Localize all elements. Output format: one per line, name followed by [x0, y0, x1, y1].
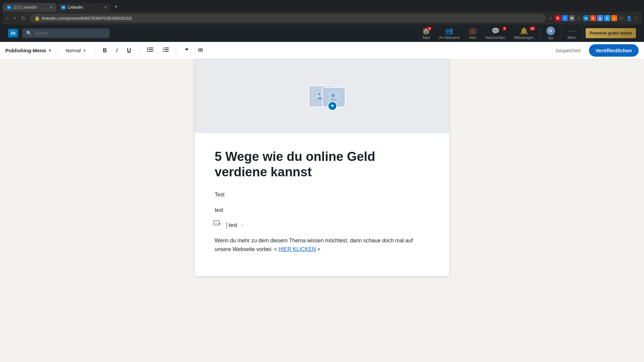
cursor-indicator: │ [225, 222, 229, 228]
svg-rect-9 [164, 49, 169, 50]
messages-badge: 2 [502, 26, 507, 31]
svg-rect-0 [147, 48, 148, 49]
bold-button[interactable]: B [100, 46, 110, 55]
nav-item-profile[interactable]: U Sie [542, 24, 559, 42]
ext-icon-6: G [590, 15, 596, 21]
grid-icon: ⋯ [568, 27, 575, 35]
toolbar-divider-3 [139, 47, 139, 55]
nav-item-jobs[interactable]: 💼 Jobs [465, 24, 481, 42]
search-input[interactable] [35, 31, 105, 36]
cover-image-area[interactable]: + [195, 59, 449, 133]
address-bar[interactable]: 🔒 linkedin.com/post/edit/667839970361860… [30, 14, 546, 22]
link-hier-klicken[interactable]: HIER KLICKEN [278, 246, 316, 252]
publishing-menu[interactable]: Publishing-Menü ▼ [5, 48, 52, 53]
tab-favicon-1: in [7, 5, 11, 10]
nav-label-notifications: Mitteilungen [514, 36, 534, 40]
ext-icon-5: in [583, 15, 589, 21]
svg-rect-17 [214, 221, 219, 225]
article-content: 5 Wege wie du online Geld verdiene kanns… [195, 133, 449, 276]
svg-rect-2 [147, 49, 148, 50]
paragraph-2[interactable]: test [215, 206, 429, 215]
nav-items: 🏠 Start 6 👥 Ihr Netzwerk 💼 Jobs 💬 Nachri… [418, 24, 580, 42]
toolbar-divider-1 [57, 47, 58, 55]
cover-image-placeholder: + [309, 85, 335, 107]
premium-button[interactable]: Premium gratis testen [586, 28, 636, 38]
back-button[interactable]: ‹ [5, 14, 10, 22]
browser-tab-1[interactable]: in (17) LinkedIn × [3, 3, 56, 12]
cursor-position: I [241, 223, 243, 228]
notifications-badge: 15 [529, 26, 535, 31]
nav-item-more[interactable]: ⋯ Mehr [564, 24, 580, 42]
svg-rect-15 [328, 92, 340, 102]
publish-button[interactable]: Veröffentlichen [589, 44, 639, 57]
italic-button[interactable]: I [113, 46, 120, 55]
unordered-list-button[interactable] [145, 46, 156, 55]
nav-item-notifications[interactable]: 🔔 Mitteilungen 15 [510, 24, 538, 42]
ordered-list-button[interactable]: 1. 2. 3. [160, 46, 171, 55]
paragraph-1[interactable]: Test [215, 190, 429, 199]
tab-close-2[interactable]: × [104, 5, 107, 10]
nav-label-network: Ihr Netzwerk [439, 36, 460, 40]
messages-icon: 💬 [491, 27, 500, 35]
tab-favicon-2: in [61, 5, 66, 10]
link-button[interactable] [195, 46, 206, 55]
nav-item-network[interactable]: 👥 Ihr Netzwerk [435, 24, 464, 42]
add-image-button[interactable]: + [328, 101, 337, 111]
lock-icon: 🔒 [34, 15, 40, 21]
chevron-down-icon: ▼ [48, 48, 52, 53]
svg-point-14 [318, 93, 321, 96]
underline-button[interactable]: U [124, 46, 134, 55]
svg-point-16 [331, 94, 335, 97]
paragraph-2-text: test [215, 207, 223, 213]
format-select[interactable]: Normal ▼ [63, 47, 89, 55]
svg-rect-4 [147, 51, 148, 52]
publishing-menu-label: Publishing-Menü [5, 48, 46, 53]
profile-icon[interactable]: 👤 [626, 15, 632, 21]
ext-icon-2: f [562, 15, 568, 21]
nav-label-start: Start [422, 36, 430, 40]
ext-icon-1: R [555, 15, 561, 21]
toolbar-divider-4 [177, 47, 177, 55]
start-badge: 6 [427, 26, 432, 31]
paragraph-4[interactable]: Wenn du mehr zu dem diesem Thema wissen … [215, 236, 429, 253]
search-bar[interactable]: 🔍 [22, 28, 109, 38]
article-editor: + 5 Wege wie du online Geld verdiene kan… [195, 59, 449, 276]
ext-icon-3: M [569, 15, 575, 21]
svg-rect-7 [164, 48, 169, 48]
search-icon: 🔍 [26, 31, 32, 36]
ext-icon-4: · [576, 15, 582, 21]
reload-button[interactable]: ↻ [20, 14, 27, 22]
nav-label-profile: Sie [548, 36, 553, 40]
tab-label-2: LinkedIn [68, 5, 83, 10]
nav-label-jobs: Jobs [469, 36, 477, 40]
article-title[interactable]: 5 Wege wie du online Geld verdiene kanns… [215, 149, 429, 180]
network-icon: 👥 [445, 27, 453, 35]
svg-rect-1 [149, 48, 153, 48]
ext-icon-9: ● [611, 15, 617, 21]
browser-tab-2[interactable]: in LinkedIn × [57, 3, 111, 12]
paragraph-3[interactable]: │test I [215, 221, 429, 230]
paragraph-3-text: test [229, 222, 237, 228]
quote-button[interactable]: ❝ [182, 46, 191, 55]
save-button[interactable]: Gespeichert [551, 45, 585, 56]
format-chevron-icon: ▼ [83, 49, 87, 53]
article-body: Test test │test [215, 190, 429, 253]
bookmark-icon[interactable]: ☆ [548, 15, 553, 21]
tab-close-1[interactable]: × [50, 5, 52, 10]
svg-text:3.: 3. [163, 51, 164, 52]
extension-icons: R f M · in G g t ● ⋯ [555, 15, 624, 21]
menu-icon[interactable]: ⋮ [634, 15, 639, 21]
nav-label-messages: Nachrichten [486, 36, 505, 40]
nav-item-messages[interactable]: 💬 Nachrichten 2 [482, 24, 509, 42]
svg-rect-5 [149, 51, 153, 52]
ext-icon-10: ⋯ [618, 15, 624, 21]
forward-button[interactable]: › [12, 14, 17, 22]
new-tab-button[interactable]: + [111, 2, 120, 12]
nav-item-start[interactable]: 🏠 Start 6 [418, 24, 434, 42]
jobs-icon: 💼 [469, 27, 477, 35]
notifications-icon: 🔔 [520, 27, 528, 35]
svg-rect-3 [149, 49, 153, 50]
insert-content-icon[interactable] [213, 220, 221, 231]
toolbar-divider-2 [95, 47, 95, 55]
linkedin-logo[interactable]: in [8, 29, 18, 38]
